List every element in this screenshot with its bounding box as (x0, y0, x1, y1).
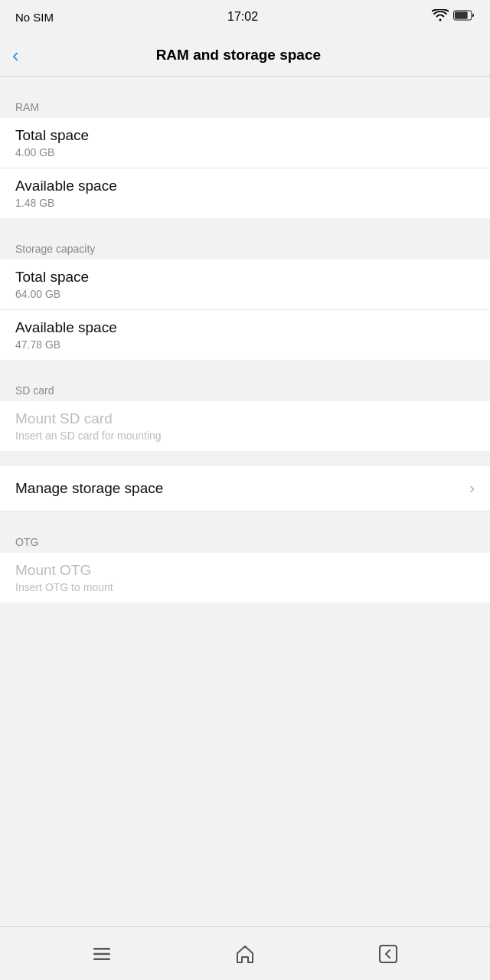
svg-rect-1 (455, 11, 468, 18)
nav-bar: ‹ RAM and storage space (0, 34, 490, 77)
manage-storage-title: Manage storage space (15, 480, 163, 497)
ram-card: Total space 4.00 GB Available space 1.48… (0, 118, 490, 218)
storage-total-title: Total space (15, 269, 475, 286)
gap-otg (0, 511, 490, 525)
storage-available-title: Available space (15, 319, 475, 336)
sdcard-section-label: SD card (0, 374, 490, 401)
status-icons (432, 9, 475, 24)
gap-storage (0, 218, 490, 232)
back-nav-icon (377, 943, 399, 965)
back-nav-button[interactable] (377, 943, 399, 965)
back-button[interactable]: ‹ (12, 45, 19, 65)
carrier-label: No SIM (15, 11, 54, 24)
svg-rect-3 (93, 952, 110, 955)
menu-button[interactable] (91, 943, 113, 965)
ram-available-title: Available space (15, 178, 475, 194)
gap-manage (0, 451, 490, 465)
otg-title: Mount OTG (15, 562, 475, 579)
storage-card: Total space 64.00 GB Available space 47.… (0, 260, 490, 360)
svg-rect-2 (93, 948, 110, 950)
otg-section-label: OTG (0, 525, 490, 553)
ram-total-title: Total space (15, 127, 475, 144)
sdcard-title: Mount SD card (15, 410, 475, 427)
gap-sdcard (0, 360, 490, 374)
ram-total-value: 4.00 GB (15, 146, 475, 158)
home-button[interactable] (234, 943, 256, 965)
ram-total-row: Total space 4.00 GB (0, 118, 490, 168)
gap-top-ram (0, 77, 490, 90)
home-icon (234, 943, 256, 965)
content-area: RAM Total space 4.00 GB Available space … (0, 77, 490, 926)
svg-rect-5 (380, 946, 397, 962)
menu-icon (91, 943, 113, 965)
ram-section-label: RAM (0, 90, 490, 118)
ram-available-value: 1.48 GB (15, 197, 475, 209)
bottom-nav-bar (0, 926, 490, 980)
otg-row: Mount OTG Insert OTG to mount (0, 553, 490, 603)
status-bar: No SIM 17:02 (0, 0, 490, 34)
storage-total-value: 64.00 GB (15, 288, 475, 300)
storage-section-label: Storage capacity (0, 232, 490, 260)
otg-subtitle: Insert OTG to mount (15, 581, 475, 593)
sdcard-card: Mount SD card Insert an SD card for moun… (0, 401, 490, 451)
storage-available-value: 47.78 GB (15, 338, 475, 351)
battery-icon (453, 10, 475, 24)
page-title: RAM and storage space (28, 47, 449, 64)
svg-rect-4 (93, 958, 110, 960)
manage-storage-row[interactable]: Manage storage space › (0, 465, 490, 511)
wifi-icon (432, 9, 449, 24)
sdcard-row: Mount SD card Insert an SD card for moun… (0, 401, 490, 451)
storage-total-row: Total space 64.00 GB (0, 260, 490, 310)
storage-available-row: Available space 47.78 GB (0, 310, 490, 360)
sdcard-subtitle: Insert an SD card for mounting (15, 430, 475, 442)
otg-card: Mount OTG Insert OTG to mount (0, 553, 490, 603)
time-label: 17:02 (227, 10, 258, 24)
chevron-right-icon: › (469, 479, 475, 497)
ram-available-row: Available space 1.48 GB (0, 168, 490, 218)
